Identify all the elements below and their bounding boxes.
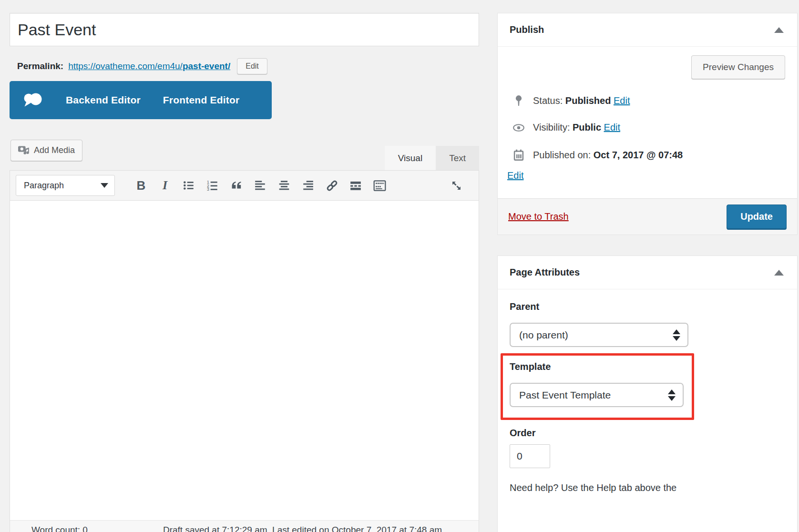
page-attributes-header[interactable]: Page Attributes	[498, 256, 797, 289]
read-more-button[interactable]	[344, 174, 368, 196]
link-icon	[326, 179, 338, 192]
align-left-button[interactable]	[248, 174, 272, 196]
page-attributes-panel: Page Attributes Parent (no parent) Templ…	[497, 256, 798, 532]
editor-statusbar: Word count: 0 Draft saved at 7:12:29 am.…	[10, 520, 479, 532]
blockquote-icon	[230, 179, 243, 192]
wordpress-edit-page: Permalink: https://ovatheme.com/em4u/pas…	[0, 0, 799, 532]
permalink-edit-button[interactable]: Edit	[237, 58, 267, 74]
publish-panel-body: Preview Changes Status: Published Edit	[498, 47, 797, 198]
add-media-button[interactable]: Add Media	[10, 140, 82, 161]
status-text: Status: Published Edit	[533, 95, 630, 106]
parent-select[interactable]: (no parent)	[510, 323, 688, 347]
editor-top-row: Add Media Visual Text	[10, 140, 479, 170]
template-select-value: Past Event Template	[519, 389, 611, 401]
visibility-value: Public	[573, 122, 601, 133]
visibility-row: Visibility: Public Edit	[507, 122, 785, 133]
page-attributes-title: Page Attributes	[510, 267, 580, 278]
collapse-icon[interactable]	[774, 27, 784, 33]
toolbar-toggle-button[interactable]	[368, 174, 391, 196]
insert-link-button[interactable]	[320, 174, 344, 196]
publish-panel-header[interactable]: Publish	[498, 13, 797, 47]
move-to-trash-link[interactable]: Move to Trash	[508, 211, 569, 222]
backend-editor-button[interactable]: Backend Editor	[66, 94, 141, 106]
page-attributes-body: Parent (no parent) Template Past Event T…	[498, 289, 797, 532]
permalink-url-plain: https://ovatheme.com/em4u/	[68, 61, 183, 71]
permalink-url-slug: past-event/	[183, 61, 230, 71]
collapse-icon[interactable]	[774, 270, 784, 276]
bold-icon: B	[137, 178, 146, 193]
word-count: Word count: 0	[31, 525, 88, 532]
status-label: Status:	[533, 95, 563, 106]
editor-content-area[interactable]	[10, 201, 479, 520]
chevron-down-icon	[101, 183, 108, 188]
template-highlight-box: Template Past Event Template	[501, 353, 694, 420]
template-label: Template	[510, 361, 692, 372]
tab-visual[interactable]: Visual	[385, 146, 436, 170]
pin-icon	[512, 95, 525, 106]
paragraph-format-select[interactable]: Paragraph	[16, 175, 115, 196]
eye-icon	[512, 123, 525, 133]
permalink-row: Permalink: https://ovatheme.com/em4u/pas…	[17, 57, 479, 76]
published-on-row: Published on: Oct 7, 2017 @ 07:48	[507, 149, 785, 161]
visibility-label: Visibility:	[533, 122, 570, 133]
published-on-value: Oct 7, 2017 @ 07:48	[594, 150, 683, 160]
read-more-icon	[349, 179, 362, 192]
bold-button[interactable]: B	[129, 174, 153, 196]
align-right-button[interactable]	[296, 174, 320, 196]
sidebar: Publish Preview Changes Status: Publishe…	[497, 13, 798, 532]
template-select[interactable]: Past Event Template	[510, 383, 684, 407]
align-center-icon	[278, 179, 290, 192]
select-arrows-icon	[668, 389, 676, 401]
bulleted-list-button[interactable]	[177, 174, 201, 196]
help-text: Need help? Use the Help tab above the	[510, 482, 785, 493]
post-title-input[interactable]	[10, 13, 479, 46]
numbered-list-button[interactable]: 1 2 3	[201, 174, 225, 196]
paragraph-format-value: Paragraph	[24, 181, 64, 191]
published-on-text: Published on: Oct 7, 2017 @ 07:48	[533, 150, 683, 161]
wpbakery-bar: Backend Editor Frontend Editor	[10, 81, 272, 119]
add-media-icon	[18, 145, 30, 156]
italic-icon: I	[163, 178, 167, 193]
parent-label: Parent	[510, 301, 785, 312]
select-arrows-icon	[673, 329, 680, 341]
draft-saved-info: Draft saved at 7:12:29 am. Last edited o…	[163, 525, 444, 532]
editor-frame: Paragraph B I 1	[10, 170, 479, 532]
permalink-label: Permalink:	[17, 61, 63, 72]
publish-panel: Publish Preview Changes Status: Publishe…	[497, 13, 798, 235]
parent-select-value: (no parent)	[519, 329, 568, 341]
visibility-text: Visibility: Public Edit	[533, 122, 620, 133]
editor-tabs: Visual Text	[385, 146, 479, 170]
visibility-edit-link[interactable]: Edit	[604, 122, 620, 133]
frontend-editor-button[interactable]: Frontend Editor	[163, 94, 239, 106]
wpbakery-logo-icon	[22, 92, 43, 109]
bulleted-list-icon	[183, 179, 195, 192]
align-left-icon	[254, 179, 266, 192]
status-row: Status: Published Edit	[507, 95, 785, 106]
publish-panel-title: Publish	[510, 24, 544, 35]
publish-panel-footer: Move to Trash Update	[498, 198, 797, 235]
align-right-icon	[302, 179, 314, 192]
permalink-link[interactable]: https://ovatheme.com/em4u/past-event/	[68, 61, 230, 72]
main-column: Permalink: https://ovatheme.com/em4u/pas…	[10, 13, 479, 532]
published-on-label: Published on:	[533, 150, 591, 160]
fullscreen-icon	[450, 179, 463, 192]
status-edit-link[interactable]: Edit	[614, 95, 630, 106]
editor: Add Media Visual Text Paragraph B I	[10, 140, 479, 532]
align-center-button[interactable]	[272, 174, 296, 196]
svg-text:3: 3	[207, 187, 209, 192]
published-on-edit-link[interactable]: Edit	[507, 170, 523, 181]
preview-changes-button[interactable]: Preview Changes	[691, 55, 785, 79]
order-label: Order	[510, 428, 785, 439]
update-button[interactable]: Update	[727, 205, 787, 229]
editor-toolbar: Paragraph B I 1	[10, 171, 479, 201]
blockquote-button[interactable]	[225, 174, 248, 196]
order-input[interactable]	[510, 444, 550, 468]
toolbar-toggle-icon	[373, 179, 386, 192]
status-value: Published	[565, 95, 611, 106]
italic-button[interactable]: I	[153, 174, 177, 196]
fullscreen-button[interactable]	[444, 174, 468, 196]
tab-text[interactable]: Text	[436, 146, 479, 170]
numbered-list-icon: 1 2 3	[206, 179, 219, 192]
calendar-icon	[512, 149, 525, 161]
add-media-label: Add Media	[34, 145, 75, 155]
